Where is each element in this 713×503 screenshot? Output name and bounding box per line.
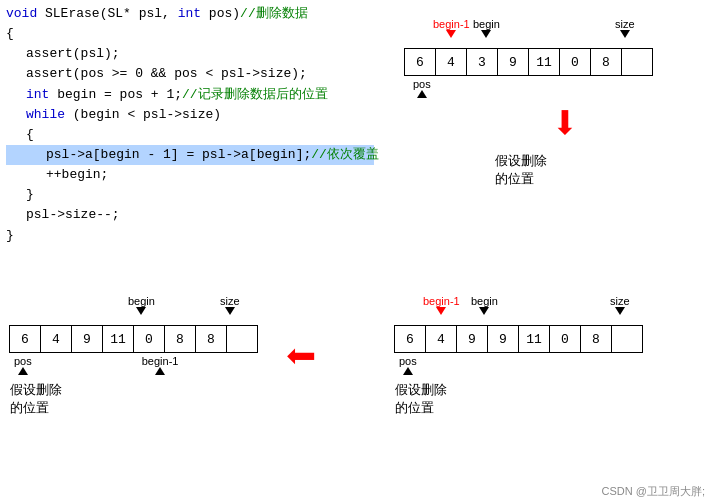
code-line-12: } <box>6 226 374 246</box>
top-right-diagram: begin-1 begin size 6 4 3 9 11 0 8 pos ⬇ <box>405 18 665 188</box>
size-label-top: size <box>615 18 635 38</box>
top-right-array: 6 4 3 9 11 0 8 <box>405 48 665 76</box>
code-line-10: } <box>6 185 374 205</box>
bottom-right-diagram: begin-1 begin size 6 4 9 9 11 0 8 <box>395 295 670 417</box>
top-arrow-labels: begin-1 begin size <box>405 18 665 48</box>
begin-label-br: begin <box>471 295 498 315</box>
pos-label-area: pos <box>405 78 665 98</box>
bl-below-labels: pos begin-1 <box>10 355 280 375</box>
bottom-right-array: 6 4 9 9 11 0 8 <box>395 325 670 353</box>
code-line-2: { <box>6 24 374 44</box>
pos-arrow-up <box>417 90 427 98</box>
bottom-section: begin size 6 4 9 11 0 8 8 pos <box>0 295 713 417</box>
big-down-arrow: ⬇ <box>405 102 665 150</box>
cell-3: 9 <box>497 48 529 76</box>
code-line-4: assert(pos >= 0 && pos < psl->size); <box>6 64 374 84</box>
bottom-left-array: 6 4 9 11 0 8 8 <box>10 325 280 353</box>
bottom-right-arrow-labels: begin-1 begin size <box>395 295 670 325</box>
code-block: void SLErase(SL* psl, int pos)//删除数据 { a… <box>0 0 380 250</box>
begin-arrow <box>481 30 491 38</box>
code-line-8: psl->a[begin - 1] = psl->a[begin];//依次覆盖 <box>6 145 374 165</box>
bl-cell-4: 0 <box>133 325 165 353</box>
br-below-labels: pos <box>395 355 670 375</box>
cell-7 <box>621 48 653 76</box>
br-cell-4: 11 <box>518 325 550 353</box>
code-line-11: psl->size--; <box>6 205 374 225</box>
begin-minus-1-label-br: begin-1 <box>423 295 460 315</box>
bl-cell-5: 8 <box>164 325 196 353</box>
bl-cell-6: 8 <box>195 325 227 353</box>
size-label-br: size <box>610 295 630 315</box>
bl-cell-3: 11 <box>102 325 134 353</box>
begin-label-top: begin <box>473 18 500 38</box>
br-cell-0: 6 <box>394 325 426 353</box>
size-label-bl: size <box>220 295 240 315</box>
begin-minus-1-arrow <box>446 30 456 38</box>
code-line-3: assert(psl); <box>6 44 374 64</box>
cell-6: 8 <box>590 48 622 76</box>
begin-label-bl: begin <box>128 295 155 315</box>
bottom-left-diagram: begin size 6 4 9 11 0 8 8 pos <box>10 295 280 417</box>
pos-label-br: pos <box>399 355 417 375</box>
size-arrow <box>620 30 630 38</box>
br-cell-1: 4 <box>425 325 457 353</box>
cell-5: 0 <box>559 48 591 76</box>
note-bottom-left: 假设删除 的位置 <box>10 381 280 417</box>
br-cell-2: 9 <box>456 325 488 353</box>
begin-minus-1-label: begin-1 <box>433 18 470 38</box>
watermark: CSDN @卫卫周大胖; <box>602 484 705 499</box>
code-line-7: { <box>6 125 374 145</box>
pos-label: pos <box>413 78 431 98</box>
cell-4: 11 <box>528 48 560 76</box>
big-left-arrow: ⬅ <box>285 335 316 387</box>
cell-2: 3 <box>466 48 498 76</box>
note-bottom-right: 假设删除 的位置 <box>395 381 670 417</box>
bl-cell-7 <box>226 325 258 353</box>
code-line-1: void SLErase(SL* psl, int pos)//删除数据 <box>6 4 374 24</box>
note-top-right: 假设删除 的位置 <box>405 152 665 188</box>
bottom-left-arrow-labels: begin size <box>10 295 280 325</box>
pos-label-bl: pos <box>14 355 32 375</box>
br-cell-3: 9 <box>487 325 519 353</box>
code-line-5: int begin = pos + 1;//记录删除数据后的位置 <box>6 85 374 105</box>
code-line-9: ++begin; <box>6 165 374 185</box>
bl-cell-0: 6 <box>9 325 41 353</box>
br-cell-5: 0 <box>549 325 581 353</box>
cell-1: 4 <box>435 48 467 76</box>
bl-cell-1: 4 <box>40 325 72 353</box>
cell-0: 6 <box>404 48 436 76</box>
bl-cell-2: 9 <box>71 325 103 353</box>
begin-minus-1-label-bl: begin-1 <box>142 355 179 375</box>
br-cell-6: 8 <box>580 325 612 353</box>
br-cell-7 <box>611 325 643 353</box>
code-line-6: while (begin < psl->size) <box>6 105 374 125</box>
